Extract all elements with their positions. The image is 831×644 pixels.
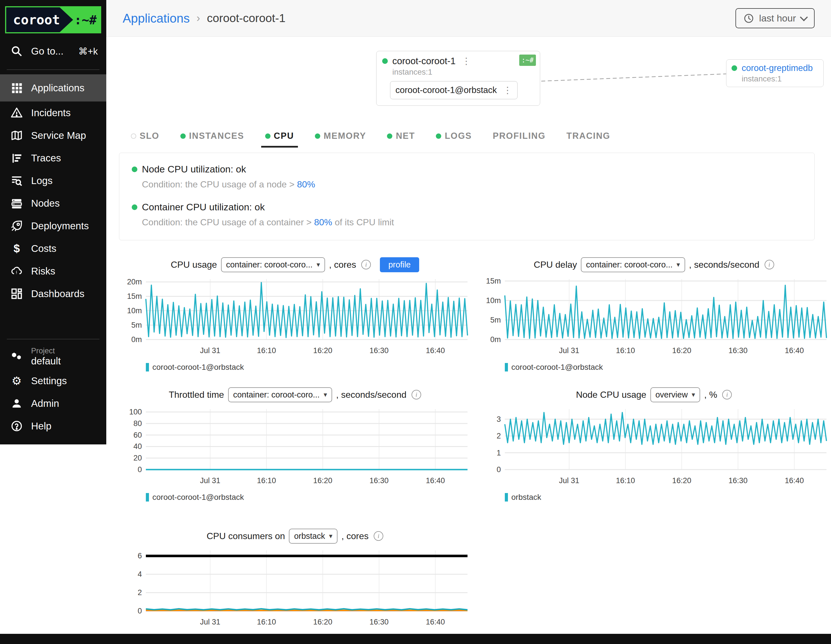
container-selector-dropdown[interactable]: container: coroot-coro...▾: [228, 387, 332, 402]
svg-text:16:40: 16:40: [785, 477, 804, 485]
app-link[interactable]: coroot-greptimedb: [742, 63, 813, 73]
instance-chip[interactable]: coroot-coroot-1@orbstack ⋮: [390, 81, 517, 99]
cpu-usage-chart[interactable]: Jul 3116:1016:2016:3016:400m5m10m15m20m: [119, 275, 471, 360]
svg-text:16:30: 16:30: [728, 346, 748, 355]
charts-grid: CPU usage container: coroot-coro...▾ , c…: [119, 256, 831, 644]
profile-button[interactable]: profile: [380, 257, 419, 272]
dropdown-caret-icon: ▾: [329, 532, 333, 540]
time-range-picker[interactable]: last hour: [735, 8, 815, 28]
tab-profiling[interactable]: PROFILING: [493, 123, 546, 149]
kebab-menu-icon[interactable]: ⋮: [462, 56, 471, 67]
container-selector-dropdown[interactable]: container: coroot-coro...▾: [581, 257, 685, 272]
sidebar-item-label: Settings: [31, 375, 67, 386]
sidebar-item-incidents[interactable]: Incidents: [0, 102, 106, 124]
info-icon[interactable]: i: [412, 390, 421, 400]
node-cpu-usage-chart[interactable]: Jul 3116:1016:2016:3016:400123: [478, 405, 830, 490]
svg-text:16:20: 16:20: [672, 477, 691, 485]
cpu-delay-chart[interactable]: Jul 3116:1016:2016:3016:400m5m10m15m: [478, 275, 830, 360]
sidebar-item-logs[interactable]: Logs: [0, 169, 106, 192]
project-caption: Project: [31, 347, 61, 355]
app-card-coroot-coroot-1[interactable]: :~# coroot-coroot-1 ⋮ instances:1 coroot…: [376, 51, 540, 106]
tab-tracing[interactable]: TRACING: [567, 123, 610, 149]
sidebar-item-label: Costs: [31, 243, 56, 254]
info-icon[interactable]: i: [374, 531, 383, 541]
instances-status-dot: [180, 134, 186, 139]
sidebar-item-costs[interactable]: $ Costs: [0, 237, 106, 260]
trace-bars-icon: [10, 151, 23, 164]
memory-status-dot: [315, 134, 320, 139]
legend-item[interactable]: orbstack: [505, 493, 541, 502]
sidebar-item-dashboards[interactable]: Dashboards: [0, 282, 106, 305]
logo[interactable]: coroot :~#: [0, 0, 106, 37]
cpu-consumers-chart[interactable]: Jul 3116:1016:2016:3016:400246: [119, 547, 471, 631]
threshold-link[interactable]: 80%: [314, 217, 332, 227]
sidebar-item-risks[interactable]: Risks: [0, 260, 106, 282]
legend-item[interactable]: coroot-coroot-1@orbstack: [146, 363, 244, 372]
svg-text:1: 1: [497, 449, 501, 457]
tab-instances[interactable]: INSTANCES: [180, 123, 244, 149]
sidebar-item-label: Collapse: [31, 443, 70, 454]
sidebar-item-help[interactable]: Help: [0, 415, 106, 437]
info-icon[interactable]: i: [361, 260, 371, 269]
check-condition: Condition: the CPU usage of a node > 80%: [142, 179, 802, 190]
goto-search[interactable]: Go to... ⌘+k: [0, 37, 106, 65]
chart-title: CPU delay: [534, 260, 577, 270]
svg-text:80: 80: [134, 419, 142, 428]
sidebar-item-deployments[interactable]: Deployments: [0, 215, 106, 237]
instances-count: instances:1: [742, 74, 818, 83]
tab-slo[interactable]: SLO: [131, 123, 159, 149]
legend-item[interactable]: coroot-coroot-1@orbstack: [505, 363, 603, 372]
legend-swatch: [505, 493, 508, 502]
server-stack-icon: [10, 197, 23, 210]
instances-count: instances:1: [392, 68, 534, 77]
svg-text:0m: 0m: [131, 335, 142, 344]
tab-net[interactable]: NET: [387, 123, 415, 149]
check-title: Node CPU utilization: ok: [142, 164, 246, 175]
chevron-down-icon: [800, 13, 808, 21]
svg-text:3: 3: [497, 415, 501, 424]
svg-text:0: 0: [138, 465, 142, 474]
svg-text:16:30: 16:30: [728, 477, 748, 485]
tab-logs[interactable]: LOGS: [436, 123, 472, 149]
threshold-link[interactable]: 80%: [297, 179, 315, 190]
sidebar-collapse-button[interactable]: Collapse: [0, 437, 106, 460]
chart-cpu-consumers: CPU consumers on orbstack▾ , cores i Jul…: [119, 527, 471, 644]
sidebar-item-admin[interactable]: Admin: [0, 392, 106, 415]
sidebar-item-settings[interactable]: ⚙ Settings: [0, 370, 106, 392]
breadcrumb-applications-link[interactable]: Applications: [123, 11, 189, 26]
check-node-cpu: Node CPU utilization: ok Condition: the …: [132, 164, 802, 190]
sidebar-item-label: Logs: [31, 175, 53, 186]
sidebar-item-traces[interactable]: Traces: [0, 147, 106, 169]
legend-swatch: [146, 363, 149, 371]
kebab-menu-icon[interactable]: ⋮: [503, 85, 512, 96]
sidebar-item-nodes[interactable]: Nodes: [0, 192, 106, 215]
cpu-status-dot: [265, 134, 271, 139]
legend-swatch: [505, 363, 508, 371]
sidebar-item-label: Nodes: [31, 198, 60, 209]
throttled-time-chart[interactable]: Jul 3116:1016:2016:3016:40020406080100: [119, 405, 471, 490]
service-map-diagram: :~# coroot-coroot-1 ⋮ instances:1 coroot…: [119, 37, 831, 121]
app-card-coroot-greptimedb[interactable]: coroot-greptimedb instances:1: [726, 59, 824, 87]
svg-text:16:10: 16:10: [257, 477, 276, 485]
chart-throttled-time: Throttled time container: coroot-coro...…: [119, 386, 471, 502]
chevron-left-icon: [10, 442, 23, 455]
dependency-link: [540, 64, 729, 89]
sidebar-item-service-map[interactable]: Service Map: [0, 124, 106, 147]
chart-node-cpu-usage: Node CPU usage overview▾ , % i Jul 3116:…: [478, 386, 830, 502]
svg-text:16:20: 16:20: [313, 477, 333, 485]
info-icon[interactable]: i: [764, 260, 774, 269]
legend-item[interactable]: coroot-coroot-1@orbstack: [146, 493, 244, 502]
sidebar-project-selector[interactable]: Project default: [0, 344, 106, 370]
svg-text:16:30: 16:30: [369, 618, 388, 626]
warning-triangle-icon: [10, 106, 23, 119]
sidebar-item-label: Risks: [31, 265, 56, 277]
tab-cpu[interactable]: CPU: [265, 123, 294, 149]
view-selector-dropdown[interactable]: overview▾: [650, 387, 700, 402]
dollar-icon: $: [10, 242, 23, 255]
tab-memory[interactable]: MEMORY: [315, 123, 366, 149]
sidebar-item-applications[interactable]: Applications: [0, 74, 106, 102]
node-selector-dropdown[interactable]: orbstack▾: [289, 529, 337, 544]
chart-unit: , seconds/second: [336, 390, 406, 400]
info-icon[interactable]: i: [722, 390, 732, 400]
container-selector-dropdown[interactable]: container: coroot-coro...▾: [221, 257, 325, 272]
